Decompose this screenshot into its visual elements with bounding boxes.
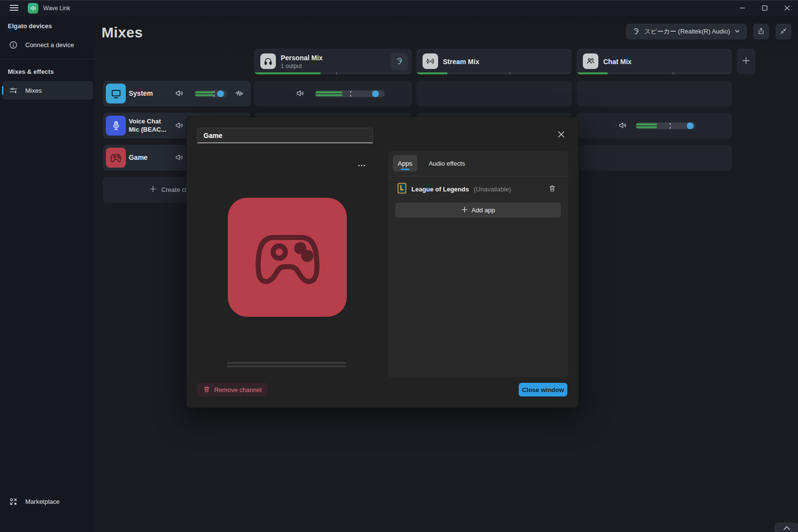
channel-row-system[interactable]: System [103, 81, 251, 106]
minimize-button[interactable] [731, 0, 753, 16]
chevron-up-icon [783, 525, 791, 532]
level-meter [636, 123, 657, 128]
headphones-icon [260, 53, 276, 69]
chevron-down-icon [734, 28, 740, 35]
mute-button[interactable] [173, 152, 186, 164]
maximize-button[interactable] [753, 0, 776, 16]
mute-button[interactable] [173, 87, 186, 100]
page-title: Mixes [102, 24, 143, 41]
mix-level-meter [577, 72, 732, 74]
mix-name: Chat Mix [603, 58, 631, 66]
ear-icon [395, 57, 404, 67]
channel-name-input[interactable] [197, 128, 373, 143]
tab-apps[interactable]: Apps [393, 155, 417, 172]
league-of-legends-icon [397, 183, 407, 196]
slider-thumb[interactable] [217, 90, 224, 97]
tab-audio-effects[interactable]: Audio effects [424, 155, 470, 172]
effects-button[interactable] [233, 87, 246, 100]
channel-editor-dialog: ... Apps Audio effects League of Legends… [186, 117, 579, 408]
scroll-top-button[interactable] [775, 523, 798, 532]
slider-thumb[interactable] [687, 122, 694, 129]
dialog-close-button[interactable] [554, 128, 568, 142]
titlebar: Wave Link [0, 0, 798, 16]
monitor-mix-button[interactable] [391, 53, 408, 70]
ear-icon [632, 27, 640, 36]
app-list-item: League of Legends (Unavailable) [388, 179, 568, 199]
collapse-icon [780, 27, 787, 36]
volume-slider[interactable] [194, 90, 227, 97]
channel-options-button[interactable]: ... [355, 158, 369, 170]
window-title: Wave Link [43, 0, 70, 16]
remove-channel-label: Remove channel [214, 386, 262, 394]
level-meter [195, 91, 214, 96]
volume-slider[interactable] [635, 122, 696, 129]
info-icon [9, 41, 17, 49]
mix-cell-chat-voice[interactable] [577, 113, 732, 138]
hamburger-icon [10, 4, 18, 13]
artwork-divider-lines [227, 362, 346, 369]
add-app-label: Add app [472, 206, 495, 214]
close-window-button[interactable] [776, 0, 798, 16]
sidebar-item-marketplace[interactable]: Marketplace [2, 492, 93, 511]
channel-name: System [129, 89, 153, 98]
trash-icon [203, 385, 210, 395]
mix-header-stream[interactable]: Stream Mix [416, 49, 572, 74]
add-mix-button[interactable] [737, 49, 755, 74]
share-icon [757, 27, 765, 36]
channel-name: Voice Chat [129, 118, 166, 125]
share-button[interactable] [753, 24, 769, 39]
slider-tick [350, 91, 351, 97]
mute-button[interactable] [173, 120, 186, 132]
maximize-icon [762, 5, 767, 12]
mix-cell-chat-system[interactable] [577, 81, 732, 106]
speaker-icon [174, 153, 184, 164]
mix-header-chat[interactable]: Chat Mix [577, 49, 732, 74]
hamburger-menu-button[interactable] [7, 2, 21, 14]
close-window-button[interactable]: Close window [519, 383, 567, 396]
volume-slider[interactable] [315, 90, 385, 97]
wave-link-logo-icon [28, 3, 38, 14]
tab-label: Apps [398, 160, 412, 167]
mixer-icon [9, 86, 17, 95]
sidebar: Elgato devices Connect a device Mixes & … [0, 16, 95, 532]
output-device-label: スピーカー (Realtek(R) Audio) [645, 27, 730, 36]
ellipsis-icon: ... [358, 159, 366, 168]
mute-button[interactable] [616, 120, 629, 132]
marketplace-icon [9, 498, 17, 506]
sidebar-item-mixes[interactable]: Mixes [2, 81, 93, 100]
mix-subtitle: 1 output [281, 63, 323, 69]
sidebar-item-connect-a-device[interactable]: Connect a device [2, 35, 93, 54]
wave-link-window: Wave Link Elgato devices Connect a devic… [0, 0, 798, 532]
broadcast-icon [423, 53, 438, 69]
slider-thumb[interactable] [372, 90, 379, 97]
sidebar-section-mixes-effects: Mixes & effects [0, 61, 95, 80]
plus-icon [150, 186, 156, 194]
gamepad-icon [106, 148, 126, 168]
mix-cell-chat-game[interactable] [577, 145, 732, 171]
collapse-button[interactable] [776, 24, 791, 39]
sidebar-item-label: Mixes [25, 87, 42, 94]
output-device-dropdown[interactable]: スピーカー (Realtek(R) Audio) [626, 24, 747, 39]
app-name: League of Legends [411, 186, 469, 193]
channel-name-line2: Mic (BEAC... [129, 126, 166, 134]
sidebar-item-label: Connect a device [25, 41, 74, 49]
tabs-divider [388, 176, 568, 176]
mix-name: Stream Mix [443, 58, 479, 66]
minimize-icon [740, 5, 745, 12]
slider-tick [214, 91, 215, 97]
remove-channel-button[interactable]: Remove channel [197, 383, 268, 396]
mix-cell-personal-system[interactable] [254, 81, 412, 106]
close-icon [558, 131, 565, 139]
sidebar-item-label: Marketplace [25, 498, 60, 505]
close-window-label: Close window [522, 386, 564, 394]
mute-button[interactable] [294, 87, 306, 100]
mix-cell-stream-system[interactable] [416, 81, 572, 106]
channel-artwork-game[interactable] [228, 198, 347, 317]
apps-panel: Apps Audio effects League of Legends (Un… [388, 151, 568, 378]
remove-app-button[interactable] [548, 184, 556, 194]
top-controls: スピーカー (Realtek(R) Audio) [626, 24, 791, 39]
add-app-button[interactable]: Add app [395, 203, 561, 218]
dialog-tabs: Apps Audio effects [393, 155, 470, 172]
mix-level-meter [416, 72, 572, 74]
mix-header-personal[interactable]: Personal Mix 1 output [254, 49, 412, 74]
